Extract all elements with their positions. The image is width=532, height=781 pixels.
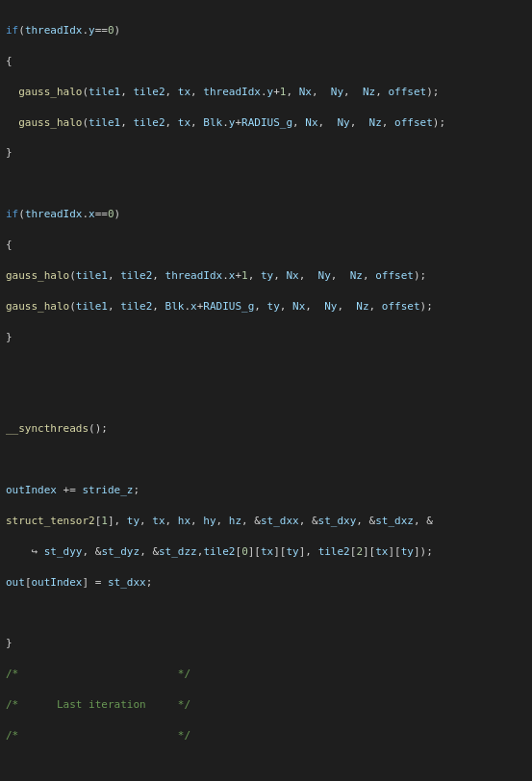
code-viewer: if(threadIdx.y==0) { gauss_halo(tile1, t… bbox=[0, 0, 532, 781]
code-content: if(threadIdx.y==0) { gauss_halo(tile1, t… bbox=[6, 23, 526, 781]
